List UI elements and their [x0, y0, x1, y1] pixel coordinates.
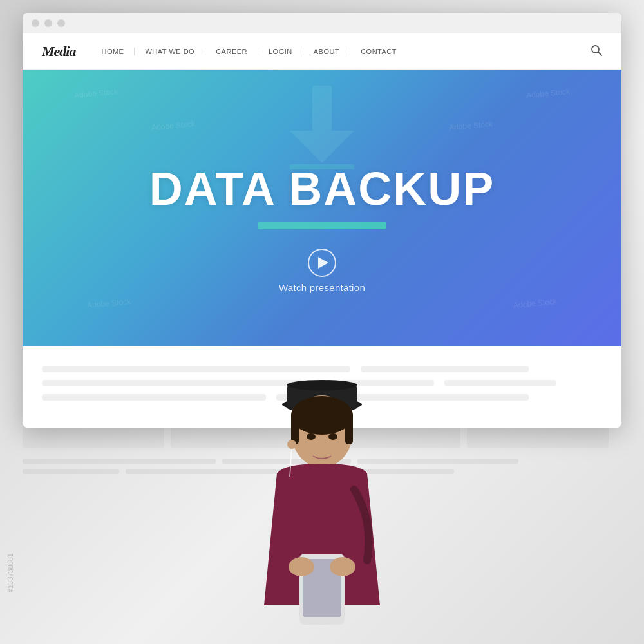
browser-dot-red — [32, 19, 39, 27]
navigation-bar: Media HOME WHAT WE DO CAREER LOGIN ABOUT… — [23, 33, 621, 70]
browser-dot-yellow — [44, 19, 52, 27]
person-photo — [225, 361, 419, 644]
nav-link-contact[interactable]: CONTACT — [350, 48, 407, 55]
hero-accent-bar — [258, 222, 386, 229]
svg-point-9 — [291, 396, 353, 435]
play-icon — [318, 257, 328, 269]
logo[interactable]: Media — [42, 43, 75, 60]
nav-link-about[interactable]: ABOUT — [303, 48, 350, 55]
svg-point-7 — [287, 380, 357, 390]
stock-watermark: #133738881 — [6, 553, 14, 592]
svg-point-16 — [328, 433, 337, 440]
nav-link-home[interactable]: HOME — [101, 48, 135, 55]
svg-rect-10 — [291, 412, 299, 444]
svg-point-15 — [307, 433, 316, 440]
svg-point-0 — [592, 46, 599, 53]
svg-point-19 — [289, 557, 314, 576]
browser-dot-green — [57, 19, 65, 27]
watch-presentation-button[interactable]: Watch presentation — [279, 249, 365, 293]
svg-marker-3 — [290, 131, 354, 163]
svg-rect-11 — [345, 412, 353, 444]
content-block-4 — [444, 380, 556, 386]
svg-rect-2 — [312, 86, 332, 131]
watch-presentation-label: Watch presentation — [279, 282, 365, 293]
search-icon[interactable] — [591, 44, 602, 59]
nav-links: HOME WHAT WE DO CAREER LOGIN ABOUT CONTA… — [101, 48, 591, 55]
browser-chrome — [23, 13, 621, 33]
svg-point-20 — [330, 557, 355, 576]
nav-link-career[interactable]: CAREER — [205, 48, 258, 55]
play-circle — [308, 249, 336, 277]
svg-line-1 — [598, 52, 601, 55]
hero-section: Adobe Stock Adobe Stock Adobe Stock Adob… — [23, 70, 621, 346]
nav-link-what-we-do[interactable]: WHAT WE DO — [135, 48, 205, 55]
nav-link-login[interactable]: LOGIN — [258, 48, 303, 55]
svg-point-13 — [287, 440, 296, 449]
hero-title: DATA BACKUP — [149, 162, 495, 215]
download-icon — [277, 79, 367, 172]
